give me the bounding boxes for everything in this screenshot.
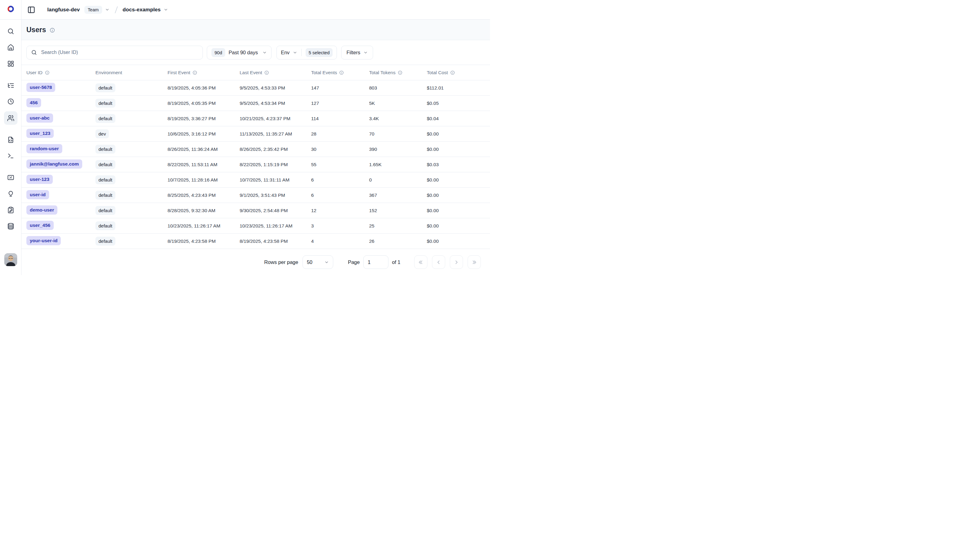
sidebar-item-annotation[interactable] [4, 203, 18, 217]
user-avatar[interactable] [4, 253, 17, 266]
table-row[interactable]: your-user-iddefault8/19/2025, 4:23:58 PM… [21, 234, 490, 249]
user-id-cell: user_123 [21, 126, 91, 142]
total-tokens-cell: 3.4K [364, 111, 422, 126]
last-event-cell: 8/22/2025, 1:15:19 PM [235, 157, 306, 172]
user-id-badge[interactable]: your-user-id [26, 236, 61, 245]
rows-per-page-select[interactable]: 50 [302, 255, 333, 269]
sidebar-item-playground[interactable] [4, 149, 18, 162]
sidebar-item-evaluation[interactable] [4, 187, 18, 201]
last-event-cell: 10/23/2025, 11:26:17 AM [235, 218, 306, 234]
user-id-cell: jannik@langfuse.com [21, 157, 91, 172]
date-range-button[interactable]: 90d Past 90 days [207, 46, 272, 59]
column-header-wrap: Total Tokens [369, 70, 419, 75]
first-event-cell: 10/23/2025, 11:26:17 AM [162, 218, 235, 234]
environment-filter-button[interactable]: Env 5 selected [277, 46, 337, 59]
column-header-user-id: User ID [21, 65, 91, 80]
table-row[interactable]: user-abcdefault8/19/2025, 3:36:27 PM10/2… [21, 111, 490, 126]
column-header-total-events: Total Events [306, 65, 364, 80]
last-event-cell: 11/13/2025, 11:35:27 AM [235, 126, 306, 142]
last-event-cell: 9/5/2025, 4:53:34 PM [235, 96, 306, 111]
user-id-badge[interactable]: user-123 [26, 175, 53, 184]
total-tokens-cell: 1.65K [364, 157, 422, 172]
user-id-badge[interactable]: user_123 [26, 129, 54, 138]
table-row[interactable]: demo-userdefault8/28/2025, 9:32:30 AM9/3… [21, 203, 490, 218]
table-row[interactable]: user_456default10/23/2025, 11:26:17 AM10… [21, 218, 490, 234]
environment-badge: default [95, 114, 115, 123]
next-page-button[interactable] [450, 255, 463, 269]
total-cost-cell: $0.00 [422, 188, 490, 203]
user-id-cell: user-id [21, 188, 91, 203]
table-row[interactable]: user-iddefault8/25/2025, 4:23:43 PM9/1/2… [21, 188, 490, 203]
column-header-first-event: First Event [162, 65, 235, 80]
sidebar-item-scores[interactable] [4, 171, 18, 184]
total-cost-cell: $112.01 [422, 80, 490, 96]
user-id-badge[interactable]: random-user [26, 144, 62, 153]
previous-page-button[interactable] [432, 255, 445, 269]
info-icon[interactable] [339, 70, 344, 75]
filters-button[interactable]: Filters [341, 46, 373, 59]
page-title: Users [26, 26, 46, 34]
sidebar-item-datasets[interactable] [4, 220, 18, 233]
user-id-badge[interactable]: 456 [26, 98, 41, 107]
sidebar-item-dashboards[interactable] [4, 57, 18, 71]
clock-icon [7, 98, 14, 105]
total-tokens-cell: 390 [364, 142, 422, 157]
filter-toolbar: 90d Past 90 days Env 5 selected Filters [21, 40, 490, 65]
info-icon[interactable] [192, 70, 197, 75]
environment-badge: default [91, 157, 162, 172]
total-cost-cell: $0.05 [422, 96, 490, 111]
table-row[interactable]: user_123dev10/6/2025, 3:16:12 PM11/13/20… [21, 126, 490, 142]
environment-badge: dev [95, 129, 109, 138]
environment-badge: default [91, 218, 162, 234]
table-row[interactable]: random-userdefault8/26/2025, 11:36:24 AM… [21, 142, 490, 157]
date-range-label: Past 90 days [229, 50, 258, 55]
breadcrumb-project-name[interactable]: docs-examples [123, 7, 161, 13]
table-row[interactable]: user-123default10/7/2025, 11:28:16 AM10/… [21, 172, 490, 188]
info-icon[interactable] [264, 70, 269, 75]
last-event-cell: 9/1/2025, 3:51:43 PM [235, 188, 306, 203]
project-chevron-down-icon[interactable] [164, 7, 168, 12]
info-icon[interactable] [45, 70, 50, 75]
page-number-input[interactable] [363, 255, 388, 269]
main-content: Users 90d Past 90 days Env 5 selected Fi… [21, 20, 490, 275]
user-id-badge[interactable]: jannik@langfuse.com [26, 159, 82, 169]
breadcrumb-org-name[interactable]: langfuse-dev [47, 7, 80, 13]
environment-badge: default [91, 80, 162, 96]
last-event-cell: 10/7/2025, 11:31:11 AM [235, 172, 306, 188]
table-row[interactable]: 456default8/19/2025, 4:05:35 PM9/5/2025,… [21, 96, 490, 111]
sidebar-toggle-button[interactable] [27, 6, 35, 14]
user-id-badge[interactable]: user-abc [26, 113, 53, 123]
info-icon[interactable] [398, 70, 402, 75]
sidebar-item-tracing[interactable] [4, 79, 18, 92]
user-id-badge[interactable]: user-5678 [26, 83, 55, 92]
last-page-button[interactable] [468, 255, 481, 269]
user-id-cell: 456 [21, 96, 91, 111]
table-row[interactable]: user-5678default8/19/2025, 4:05:36 PM9/5… [21, 80, 490, 96]
trace-tree-icon [7, 82, 14, 89]
first-page-button[interactable] [414, 255, 427, 269]
info-icon[interactable] [450, 70, 455, 75]
file-code-icon [7, 136, 14, 143]
column-label: Total Tokens [369, 70, 396, 75]
sidebar-item-home[interactable] [4, 41, 18, 54]
total-tokens-cell: 367 [364, 188, 422, 203]
page-title-info-icon[interactable] [49, 27, 55, 33]
user-id-badge[interactable]: demo-user [26, 205, 57, 215]
org-chevron-down-icon[interactable] [105, 7, 110, 12]
search-input[interactable] [40, 49, 198, 55]
user-id-badge[interactable]: user-id [26, 190, 49, 199]
table-body: user-5678default8/19/2025, 4:05:36 PM9/5… [21, 80, 490, 249]
chevron-down-icon [262, 50, 267, 55]
column-label: User ID [26, 70, 43, 75]
sidebar-item-prompts[interactable] [4, 133, 18, 147]
rows-per-page-value: 50 [307, 259, 312, 265]
table-row[interactable]: jannik@langfuse.comdefault8/22/2025, 11:… [21, 157, 490, 172]
pagination-footer: Rows per page 50 Page of 1 [21, 249, 490, 275]
terminal-icon [7, 152, 14, 159]
sidebar-item-search[interactable] [4, 25, 18, 38]
langfuse-logo[interactable] [6, 5, 15, 14]
user-id-badge[interactable]: user_456 [26, 221, 54, 230]
sidebar-item-sessions[interactable] [4, 95, 18, 108]
users-table: User IDEnvironmentFirst EventLast EventT… [21, 65, 490, 249]
sidebar-item-users[interactable] [4, 111, 18, 125]
